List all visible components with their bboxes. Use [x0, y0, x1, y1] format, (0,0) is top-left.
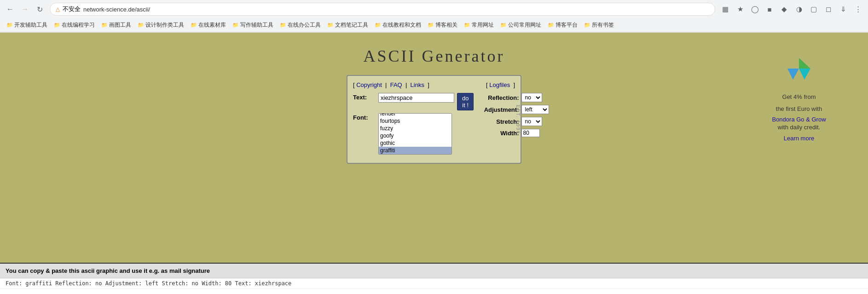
width-input[interactable]: [521, 129, 540, 137]
bookmark-assets[interactable]: 📁 在线素材库: [188, 20, 229, 30]
extension2-icon[interactable]: ■: [763, 3, 776, 16]
bookmark-tutorials[interactable]: 📁 在线教程和文档: [372, 20, 424, 30]
extension1-icon[interactable]: ◯: [748, 3, 761, 16]
ad-panel: Get 4% from the first Euro with Bondora …: [753, 56, 845, 142]
security-text: 不安全: [63, 5, 81, 13]
width-label: Width:: [482, 130, 519, 137]
font-row: Font: epic fender fourtops fuzzy goofy g…: [353, 113, 474, 155]
bookmark-devtools[interactable]: 📁 开发辅助工具: [4, 20, 50, 30]
folder-icon: 📁: [280, 22, 286, 28]
logfiles-link[interactable]: Logfiles: [489, 81, 510, 88]
reflection-label: Reflection:: [482, 94, 519, 101]
bookmark-label: 常用网址: [472, 21, 494, 29]
generator-nav: [ Copyright | FAQ | Links ] [ Logfiles ]: [353, 81, 515, 88]
svg-marker-1: [787, 69, 799, 80]
bookmarks-bar: 📁 开发辅助工具 📁 在线编程学习 📁 画图工具 📁 设计制作类工具 📁 在线素…: [0, 18, 868, 32]
browser-chrome: ← → ↻ △ 不安全 ▦ ★ ◯ ■ ◆ ◑ ▢ ◻ ⇓ ⋮ 📁 开发辅助工具…: [0, 0, 868, 33]
font-option-graffiti[interactable]: graffiti: [379, 147, 451, 154]
toolbar-icons: ▦ ★ ◯ ■ ◆ ◑ ▢ ◻ ⇓ ⋮: [719, 3, 864, 16]
page-content: ASCII Generator [ Copyright | FAQ | Link…: [0, 33, 868, 263]
reload-button[interactable]: ↻: [33, 3, 46, 16]
bookmark-label: 博客相关: [435, 21, 457, 29]
folder-icon: 📁: [327, 22, 334, 28]
text-input[interactable]: [378, 93, 454, 103]
font-select-area: epic fender fourtops fuzzy goofy gothic …: [378, 113, 474, 155]
faq-link[interactable]: FAQ: [390, 81, 402, 88]
font-option-gothic[interactable]: gothic: [379, 139, 451, 147]
bookmark-common[interactable]: 📁 常用网址: [461, 20, 497, 30]
bookmark-icon[interactable]: ★: [734, 3, 746, 16]
security-icon: △: [56, 6, 60, 12]
screenshot-icon[interactable]: ▦: [719, 3, 732, 16]
bookmark-writing[interactable]: 📁 写作辅助工具: [230, 20, 276, 30]
bookmark-docs[interactable]: 📁 文档笔记工具: [324, 20, 371, 30]
bookmark-all[interactable]: 📁 所有书签: [581, 20, 617, 30]
back-button[interactable]: ←: [4, 3, 17, 16]
svg-marker-2: [799, 69, 810, 80]
folder-icon: 📁: [191, 22, 197, 28]
bookmark-coding[interactable]: 📁 在线编程学习: [51, 20, 98, 30]
bookmark-label: 所有书签: [592, 21, 614, 29]
bookmark-label: 在线编程学习: [62, 21, 95, 29]
url-input[interactable]: [83, 6, 709, 13]
folder-icon: 📁: [232, 22, 239, 28]
bondora-logo: [785, 56, 813, 88]
copyright-link[interactable]: Copyright: [356, 81, 382, 88]
svg-marker-0: [799, 58, 810, 69]
ad-text-2: the first Euro with: [753, 104, 845, 114]
est-label: EST. 1996: [515, 104, 521, 134]
folder-icon: 📁: [464, 22, 470, 28]
folder-icon: 📁: [500, 22, 507, 28]
text-row: Text: do it !: [353, 93, 474, 110]
nav-right: [ Logfiles ]: [486, 81, 515, 88]
page-title: ASCII Generator: [0, 33, 868, 75]
bondora-link[interactable]: Bondora Go & Grow: [772, 116, 826, 123]
bookmark-label: 在线素材库: [198, 21, 226, 29]
forward-button[interactable]: →: [18, 3, 31, 16]
stretch-select[interactable]: no yes: [521, 117, 542, 126]
nav-buttons: ← → ↻: [4, 3, 46, 16]
adjustment-label: Adjustment:: [482, 106, 519, 113]
ascii-output: __ __ ___ ___ ____ _ _ ____ ___ ____ _ _…: [0, 289, 868, 294]
address-bar[interactable]: △ 不安全: [50, 3, 715, 16]
folder-icon: 📁: [6, 22, 13, 28]
bookmark-company[interactable]: 📁 公司常用网址: [498, 20, 544, 30]
extension4-icon[interactable]: ◑: [793, 3, 805, 16]
links-link[interactable]: Links: [411, 81, 424, 88]
bookmark-label: 画图工具: [109, 21, 131, 29]
stretch-label: Stretch:: [482, 118, 519, 125]
output-section: You can copy & paste this ascii graphic …: [0, 263, 868, 294]
bookmark-label: 文档笔记工具: [335, 21, 368, 29]
copy-notice: You can copy & paste this ascii graphic …: [0, 264, 868, 278]
menu-icon[interactable]: ⋮: [851, 3, 864, 16]
adjustment-select[interactable]: left center right: [521, 105, 549, 114]
folder-icon: 📁: [138, 22, 144, 28]
extension5-icon[interactable]: ▢: [807, 3, 820, 16]
font-label: Font:: [353, 113, 378, 121]
bookmark-label: 在线办公工具: [288, 21, 321, 29]
font-option-fourtops[interactable]: fourtops: [379, 117, 451, 125]
generator-box: [ Copyright | FAQ | Links ] [ Logfiles ]…: [347, 75, 521, 164]
extension3-icon[interactable]: ◆: [778, 3, 791, 16]
font-option-fender[interactable]: fender: [379, 113, 451, 117]
browser-toolbar: ← → ↻ △ 不安全 ▦ ★ ◯ ■ ◆ ◑ ▢ ◻ ⇓ ⋮: [0, 0, 868, 18]
learn-more-link[interactable]: Learn more: [784, 135, 814, 142]
font-option-goofy[interactable]: goofy: [379, 132, 451, 139]
download-icon[interactable]: ⇓: [837, 3, 850, 16]
bookmark-blogging[interactable]: 📁 博客平台: [545, 20, 580, 30]
bookmark-label: 写作辅助工具: [240, 21, 273, 29]
reflection-select[interactable]: no yes: [521, 93, 542, 102]
bookmark-drawing[interactable]: 📁 画图工具: [98, 20, 134, 30]
folder-icon: 📁: [101, 22, 108, 28]
ad-text-3: with daily credit.: [753, 123, 845, 132]
text-control-area: do it !: [378, 93, 474, 110]
bookmark-office[interactable]: 📁 在线办公工具: [277, 20, 324, 30]
extension6-icon[interactable]: ◻: [822, 3, 835, 16]
bookmark-blog[interactable]: 📁 博客相关: [425, 20, 460, 30]
bookmark-design[interactable]: 📁 设计制作类工具: [135, 20, 187, 30]
do-it-button[interactable]: do it !: [457, 93, 474, 110]
folder-icon: 📁: [584, 22, 590, 28]
folder-icon: 📁: [54, 22, 60, 28]
font-listbox[interactable]: epic fender fourtops fuzzy goofy gothic …: [378, 113, 452, 155]
font-option-fuzzy[interactable]: fuzzy: [379, 125, 451, 132]
